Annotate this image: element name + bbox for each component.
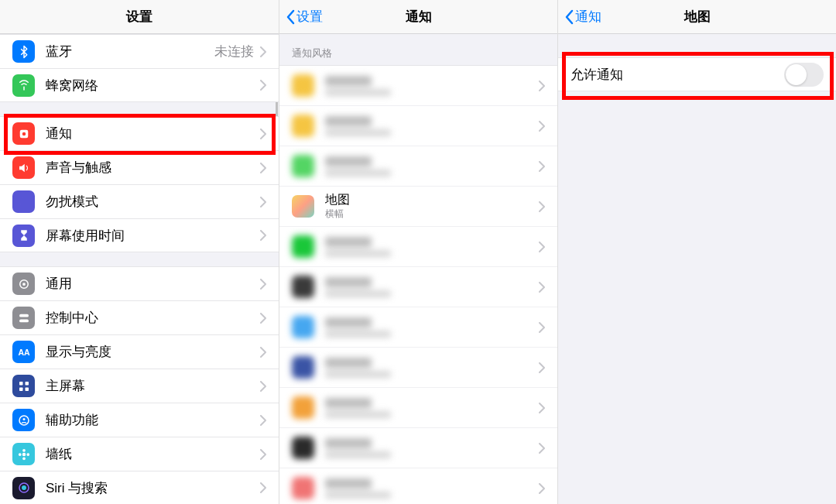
- app-icon-blurred: [292, 477, 314, 499]
- maps-app-icon: [292, 195, 314, 218]
- app-row-blurred[interactable]: [279, 387, 557, 427]
- app-text-blurred: [325, 478, 391, 499]
- aa-icon: AA: [12, 341, 35, 363]
- svg-point-17: [26, 453, 29, 456]
- app-icon-blurred: [292, 396, 314, 419]
- app-text-blurred: [325, 237, 391, 257]
- app-text-blurred: [325, 116, 391, 136]
- navbar: 设置 通知: [279, 0, 557, 34]
- row-general[interactable]: 通用: [0, 266, 279, 300]
- app-row-blurred[interactable]: [279, 226, 557, 266]
- settings-list[interactable]: 蓝牙未连接蜂窝网络通知声音与触感勿扰模式屏幕使用时间通用控制中心AA显示与亮度主…: [0, 34, 279, 504]
- svg-point-16: [18, 453, 21, 456]
- chevron-left-icon: [564, 9, 574, 25]
- nav-back-button[interactable]: 设置: [286, 8, 323, 26]
- speaker-icon: [12, 156, 35, 179]
- chevron-right-icon: [539, 121, 545, 132]
- row-label: 声音与触感: [46, 159, 260, 177]
- allow-notifications-toggle[interactable]: [784, 63, 824, 87]
- app-row-blurred[interactable]: [279, 146, 557, 186]
- row-cellular[interactable]: 蜂窝网络: [0, 68, 279, 102]
- hourglass-icon: [12, 225, 35, 247]
- chevron-right-icon: [539, 201, 545, 212]
- settings-panel: 设置 蓝牙未连接蜂窝网络通知声音与触感勿扰模式屏幕使用时间通用控制中心AA显示与…: [0, 0, 279, 504]
- bluetooth-icon: [12, 40, 35, 63]
- row-wallpaper[interactable]: 墙纸: [0, 437, 279, 471]
- app-text-blurred: [325, 76, 391, 96]
- app-text-blurred: [325, 438, 391, 458]
- chevron-right-icon: [539, 322, 545, 333]
- app-row-blurred[interactable]: [279, 105, 557, 146]
- chevron-right-icon: [260, 129, 266, 139]
- chevron-right-icon: [539, 443, 545, 454]
- navbar: 设置: [0, 0, 279, 34]
- nav-back-label: 设置: [296, 8, 323, 26]
- app-row-maps[interactable]: 地图横幅: [279, 186, 557, 226]
- antenna-icon: [12, 74, 35, 97]
- chevron-right-icon: [260, 230, 266, 241]
- app-text-blurred: [325, 398, 391, 418]
- row-bluetooth[interactable]: 蓝牙未连接: [0, 34, 279, 68]
- chevron-right-icon: [539, 282, 545, 293]
- notification-style-list[interactable]: 通知风格 地图横幅: [279, 34, 557, 504]
- app-row-blurred[interactable]: [279, 468, 557, 504]
- row-siri[interactable]: Siri 与搜索: [0, 471, 279, 504]
- siri-icon: [12, 477, 35, 499]
- row-dnd[interactable]: 勿扰模式: [0, 184, 279, 218]
- nav-back-button[interactable]: 通知: [564, 8, 601, 26]
- bell-icon: [12, 122, 35, 145]
- app-row-blurred[interactable]: [279, 266, 557, 307]
- app-row-blurred[interactable]: [279, 307, 557, 347]
- app-icon-blurred: [292, 74, 314, 97]
- chevron-right-icon: [539, 483, 545, 494]
- svg-rect-5: [19, 319, 29, 322]
- row-label: Siri 与搜索: [46, 479, 260, 497]
- row-homescreen[interactable]: 主屏幕: [0, 369, 279, 403]
- svg-rect-9: [19, 387, 23, 391]
- nav-back-label: 通知: [575, 8, 601, 26]
- chevron-right-icon: [260, 313, 266, 324]
- row-label: 屏幕使用时间: [46, 227, 260, 245]
- row-label: 墙纸: [46, 445, 260, 463]
- row-screentime[interactable]: 屏幕使用时间: [0, 218, 279, 252]
- svg-point-12: [22, 418, 25, 420]
- allow-notifications-row: 允许通知: [558, 57, 836, 91]
- row-label: 蓝牙: [46, 43, 214, 60]
- row-notifications[interactable]: 通知: [0, 116, 279, 150]
- app-text-blurred: [325, 277, 391, 297]
- app-row-blurred[interactable]: [279, 347, 557, 387]
- svg-rect-8: [25, 382, 29, 386]
- chevron-right-icon: [260, 279, 266, 290]
- moon-icon: [12, 190, 35, 213]
- flower-icon: [12, 443, 35, 465]
- svg-point-1: [22, 132, 26, 135]
- app-text: 地图横幅: [325, 192, 350, 220]
- section-header: 通知风格: [279, 34, 557, 65]
- allow-notifications-label: 允许通知: [570, 66, 784, 84]
- row-controlcenter[interactable]: 控制中心: [0, 300, 279, 334]
- svg-rect-10: [25, 387, 29, 391]
- chevron-right-icon: [260, 80, 266, 91]
- svg-point-3: [22, 283, 26, 286]
- svg-point-14: [22, 448, 26, 451]
- chevron-right-icon: [539, 161, 545, 172]
- row-display[interactable]: AA显示与亮度: [0, 334, 279, 369]
- chevron-right-icon: [260, 415, 266, 426]
- row-label: 辅助功能: [46, 411, 260, 429]
- row-sounds[interactable]: 声音与触感: [0, 150, 279, 184]
- navbar: 通知 地图: [558, 0, 836, 34]
- app-row-blurred[interactable]: [279, 427, 557, 468]
- app-row-blurred[interactable]: [279, 65, 557, 105]
- nav-title: 地图: [684, 8, 711, 26]
- row-accessibility[interactable]: 辅助功能: [0, 403, 279, 437]
- chevron-right-icon: [539, 362, 545, 373]
- chevron-right-icon: [539, 242, 545, 252]
- row-label: 主屏幕: [46, 377, 260, 395]
- svg-point-15: [22, 457, 26, 460]
- chevron-right-icon: [260, 482, 266, 493]
- row-label: 控制中心: [46, 309, 260, 327]
- app-icon-blurred: [292, 437, 314, 459]
- app-title: 地图: [325, 192, 350, 207]
- gear-icon: [12, 273, 35, 295]
- chevron-left-icon: [286, 9, 295, 25]
